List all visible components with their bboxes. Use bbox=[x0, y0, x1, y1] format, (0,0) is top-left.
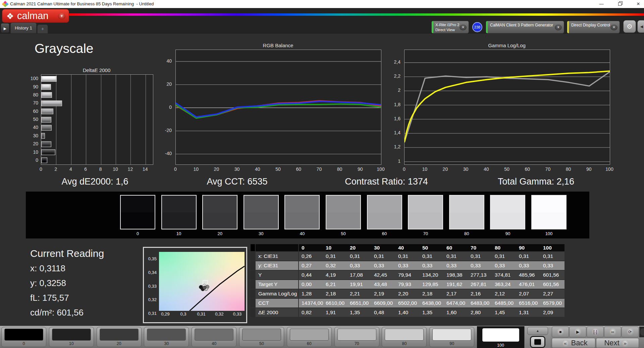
app-window: Calman 2021 Calman Ultimate for Business… bbox=[0, 0, 644, 348]
pattern-level-button[interactable]: 90 bbox=[429, 327, 474, 347]
meter-status-bar bbox=[432, 21, 433, 33]
pattern-level-button[interactable]: 10 bbox=[49, 327, 94, 347]
axis-tick-label: 90 bbox=[355, 166, 365, 172]
axis-tick-label: 100 bbox=[376, 166, 386, 172]
axis-tick-label: -20 bbox=[156, 128, 172, 133]
axis-tick-label: 40 bbox=[22, 125, 38, 130]
axis-tick-label: 1 bbox=[384, 158, 400, 164]
pattern-level-label: 10 bbox=[49, 341, 94, 346]
stop-button[interactable]: ■ bbox=[552, 327, 569, 337]
pattern-color-chip bbox=[4, 329, 43, 341]
axis-tick-label: 60 bbox=[22, 109, 38, 114]
axis-tick-label: 0,29 bbox=[160, 311, 171, 317]
current-reading-fl: fL: 175,57 bbox=[30, 293, 69, 303]
table-cell: 6610,00 bbox=[323, 299, 347, 307]
settings-gear-button[interactable]: ⚙ bbox=[623, 20, 636, 33]
next-button[interactable]: Next» bbox=[596, 338, 639, 348]
play-button[interactable]: ▶ bbox=[569, 327, 586, 337]
pattern-generator-dropdown[interactable]: CalMAN Client 3 Pattern Generator ▼ bbox=[486, 21, 564, 33]
pattern-level-panel: ▲ bbox=[524, 326, 550, 348]
grayscale-swatch bbox=[531, 195, 567, 229]
swatch-actual-half bbox=[203, 196, 237, 212]
grayscale-swatch bbox=[367, 195, 402, 229]
continuous-button[interactable]: ∞ bbox=[604, 327, 621, 337]
table-row-label: Target Y bbox=[256, 280, 298, 289]
axis-tick-label: 80 bbox=[22, 92, 38, 97]
stat-contrast-ratio: Contrast Ratio: 1374 bbox=[345, 177, 428, 187]
table-cell: 2,18 bbox=[323, 289, 347, 298]
pattern-level-label: 0 bbox=[2, 341, 46, 346]
deltae-ylabels: 0102030405060708090100 bbox=[22, 74, 40, 165]
swatch-label: 70 bbox=[408, 231, 443, 236]
axis-tick-label: 70 bbox=[22, 100, 38, 106]
collapse-panel-button[interactable]: ◀ bbox=[637, 20, 644, 33]
axis-tick-label: 0,3 bbox=[178, 311, 189, 317]
table-cell: 0,31 bbox=[323, 252, 347, 261]
pattern-level-button[interactable]: 60 bbox=[287, 327, 332, 347]
axis-tick-label: 70 bbox=[314, 166, 324, 172]
pattern-window-button[interactable] bbox=[530, 336, 545, 348]
pattern-level-button[interactable]: 70 bbox=[334, 327, 379, 347]
chevron-down-icon: ▼ bbox=[58, 13, 65, 19]
pattern-level-label: 60 bbox=[287, 341, 331, 346]
gamma-xlabels: 0102030405060708090100 bbox=[404, 166, 610, 173]
axis-tick-label: 40 bbox=[481, 166, 491, 172]
pattern-level-button[interactable]: 0 bbox=[1, 327, 46, 347]
table-cell: 1,40 bbox=[395, 308, 420, 317]
table-cell: 0,33 bbox=[468, 261, 492, 270]
deltae-gridline bbox=[116, 75, 116, 164]
deltae-chart-title: DeltaE 2000 bbox=[83, 67, 111, 73]
calman-menu-button[interactable]: ❖ calman ▼ bbox=[2, 9, 69, 23]
pattern-size-icon: [·] bbox=[591, 328, 599, 336]
pattern-level-button[interactable]: 40 bbox=[192, 327, 236, 347]
table-row-gutter bbox=[251, 271, 255, 279]
deltae-bar bbox=[41, 92, 52, 98]
minimize-button[interactable]: — bbox=[596, 1, 606, 7]
table-cell: 1,45 bbox=[492, 308, 516, 317]
deltae-gridline bbox=[130, 75, 131, 164]
history-scroll-button[interactable]: ▶ bbox=[1, 23, 9, 33]
axis-tick-label: 4 bbox=[66, 166, 76, 172]
axis-tick-label: 80 bbox=[564, 166, 574, 172]
axis-tick-label: 40 bbox=[156, 58, 172, 64]
table-cell: 0,33 bbox=[395, 261, 420, 270]
axis-tick-label: 6 bbox=[80, 166, 91, 172]
table-header-cell: 20 bbox=[347, 244, 371, 251]
pattern-level-button[interactable]: 80 bbox=[382, 327, 427, 347]
deltae-bar bbox=[41, 141, 51, 147]
axis-tick-label: 2,2 bbox=[384, 73, 400, 79]
table-cell: 2,21 bbox=[347, 289, 371, 298]
pattern-level-button[interactable]: 50 bbox=[239, 327, 284, 347]
restore-button[interactable] bbox=[615, 1, 625, 7]
table-cell: 2,19 bbox=[371, 289, 395, 298]
display-control-dropdown[interactable]: Direct Display Control ▼ bbox=[567, 21, 620, 33]
pattern-level-label: 20 bbox=[97, 341, 141, 346]
add-tab-button[interactable]: + bbox=[37, 24, 48, 33]
close-button[interactable]: ✕ bbox=[633, 1, 643, 7]
deltae-gridline bbox=[101, 75, 101, 164]
grayscale-swatch bbox=[161, 195, 197, 229]
axis-tick-label: 0,32 bbox=[148, 297, 157, 302]
pattern-size-button[interactable]: [·] bbox=[587, 327, 604, 337]
pattern-level-button[interactable]: 20 bbox=[97, 327, 142, 347]
deltae-xlabels: 02468101214 bbox=[41, 166, 153, 173]
stat-total-gamma: Total Gamma: 2,16 bbox=[498, 177, 574, 187]
refresh-button[interactable]: ⟳ bbox=[622, 327, 639, 337]
back-button[interactable]: «Back bbox=[552, 338, 595, 348]
current-reading-y: y: 0,3258 bbox=[30, 278, 66, 288]
table-cell: 0,33 bbox=[371, 261, 395, 270]
tab-history-1[interactable]: History 1 bbox=[10, 22, 37, 33]
swatch-actual-half bbox=[244, 196, 278, 212]
pattern-level-button[interactable]: 30 bbox=[144, 327, 189, 347]
meter-dropdown[interactable]: X-Rite i1Pro 2Direct View ▼ bbox=[431, 21, 469, 33]
table-cell: 0,33 bbox=[347, 261, 371, 270]
pattern-level-button-selected[interactable]: 100 bbox=[477, 326, 524, 348]
title-bar: Calman 2021 Calman Ultimate for Business… bbox=[0, 0, 644, 8]
table-cell: 1,35 bbox=[420, 308, 444, 317]
axis-tick-label: 30 bbox=[461, 166, 471, 172]
table-cell: 79,93 bbox=[395, 280, 420, 289]
level-up-button[interactable]: ▲ bbox=[527, 327, 548, 335]
cie-plot bbox=[159, 252, 245, 311]
table-header-cell: 70 bbox=[468, 244, 492, 251]
swatch-actual-half bbox=[121, 196, 155, 212]
